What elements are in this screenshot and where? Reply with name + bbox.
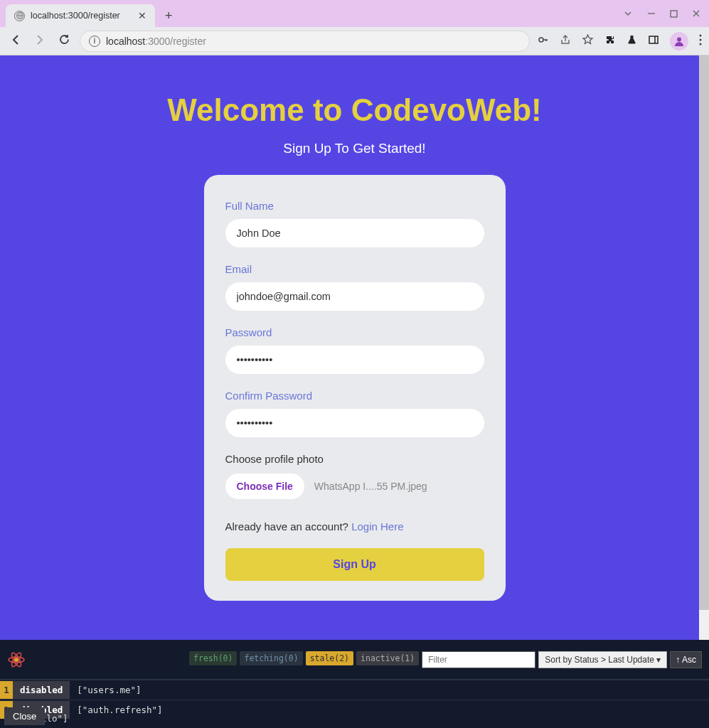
email-input[interactable] bbox=[225, 282, 484, 311]
url-text: localhost:3000/register bbox=[106, 36, 206, 47]
svg-rect-5 bbox=[649, 36, 658, 43]
choose-file-button[interactable]: Choose File bbox=[225, 473, 304, 499]
confirm-password-input[interactable] bbox=[225, 409, 484, 437]
toolbar-icons bbox=[537, 32, 702, 50]
query-key: ["users.me"] bbox=[77, 685, 141, 695]
sort-button[interactable]: Sort by Status > Last Update ▾ bbox=[538, 651, 667, 668]
info-icon: i bbox=[89, 36, 100, 47]
password-input[interactable] bbox=[225, 346, 484, 374]
forward-button[interactable] bbox=[31, 33, 48, 49]
url-bar[interactable]: i localhost:3000/register bbox=[80, 31, 530, 52]
chevron-down-icon[interactable] bbox=[623, 9, 633, 18]
inactive-badge[interactable]: inactive(1) bbox=[356, 651, 419, 665]
page-viewport: Welcome to CodevoWeb! Sign Up To Get Sta… bbox=[0, 55, 709, 640]
window-titlebar: localhost:3000/register ✕ + bbox=[0, 0, 709, 27]
scrollbar[interactable] bbox=[699, 55, 709, 640]
stale-badge[interactable]: stale(2) bbox=[306, 651, 353, 665]
query-row[interactable]: 1 disabled ["users.me"] bbox=[0, 680, 709, 700]
photo-label: Choose profile photo bbox=[225, 453, 484, 465]
labs-icon[interactable] bbox=[627, 34, 637, 48]
query-status: disabled bbox=[13, 681, 70, 699]
back-button[interactable] bbox=[7, 33, 24, 49]
bookmark-icon[interactable] bbox=[582, 33, 594, 48]
svg-point-9 bbox=[700, 38, 702, 41]
svg-point-7 bbox=[677, 37, 681, 41]
chosen-file-name: WhatsApp I....55 PM.jpeg bbox=[314, 481, 427, 492]
devtools-panel: fresh(0) fetching(0) stale(2) inactive(1… bbox=[0, 640, 709, 728]
signup-card: Full Name Email Password Confirm Passwor… bbox=[204, 175, 506, 601]
close-icon[interactable]: ✕ bbox=[138, 10, 146, 21]
svg-point-14 bbox=[14, 658, 18, 662]
new-tab-button[interactable]: + bbox=[161, 9, 177, 23]
browser-toolbar: i localhost:3000/register bbox=[0, 27, 709, 55]
filter-input[interactable] bbox=[422, 651, 535, 668]
query-count: 1 bbox=[0, 681, 13, 699]
fullname-input[interactable] bbox=[225, 219, 484, 247]
minimize-icon[interactable] bbox=[647, 9, 656, 18]
window-close-icon[interactable] bbox=[692, 9, 700, 18]
maximize-icon[interactable] bbox=[670, 10, 678, 18]
svg-point-2 bbox=[539, 38, 543, 42]
tab-title: localhost:3000/register bbox=[31, 11, 132, 21]
devtools-close-button[interactable]: Close bbox=[4, 707, 45, 725]
globe-icon bbox=[14, 11, 25, 21]
fresh-badge[interactable]: fresh(0) bbox=[189, 651, 237, 665]
query-key: ["auth.refresh"] bbox=[77, 705, 162, 715]
reload-button[interactable] bbox=[55, 33, 73, 48]
query-row[interactable]: 1 disabled ["auth.refresh"] bbox=[0, 700, 709, 719]
browser-tab[interactable]: localhost:3000/register ✕ bbox=[6, 4, 155, 27]
query-key-partial: llo"] bbox=[41, 709, 68, 728]
panel-icon[interactable] bbox=[648, 34, 659, 48]
react-query-logo-icon bbox=[7, 651, 26, 669]
svg-point-10 bbox=[700, 43, 702, 45]
menu-icon[interactable] bbox=[699, 34, 702, 48]
tab-strip: localhost:3000/register ✕ + bbox=[6, 4, 177, 27]
fetching-badge[interactable]: fetching(0) bbox=[240, 651, 302, 665]
signup-button[interactable]: Sign Up bbox=[225, 548, 484, 581]
page-title: Welcome to CodevoWeb! bbox=[0, 92, 709, 128]
share-icon[interactable] bbox=[560, 34, 571, 48]
email-label: Email bbox=[225, 263, 484, 275]
login-link[interactable]: Login Here bbox=[351, 520, 403, 532]
key-icon[interactable] bbox=[537, 33, 549, 48]
fullname-label: Full Name bbox=[225, 200, 484, 212]
svg-point-8 bbox=[700, 34, 702, 36]
extensions-icon[interactable] bbox=[604, 34, 616, 48]
password-label: Password bbox=[225, 326, 484, 338]
login-prompt: Already have an account? Login Here bbox=[225, 520, 484, 532]
profile-avatar[interactable] bbox=[670, 32, 688, 50]
asc-button[interactable]: ↑ Asc bbox=[670, 651, 702, 668]
confirm-password-label: Confirm Password bbox=[225, 390, 484, 402]
page-subtitle: Sign Up To Get Started! bbox=[0, 141, 709, 156]
svg-rect-1 bbox=[671, 11, 677, 17]
